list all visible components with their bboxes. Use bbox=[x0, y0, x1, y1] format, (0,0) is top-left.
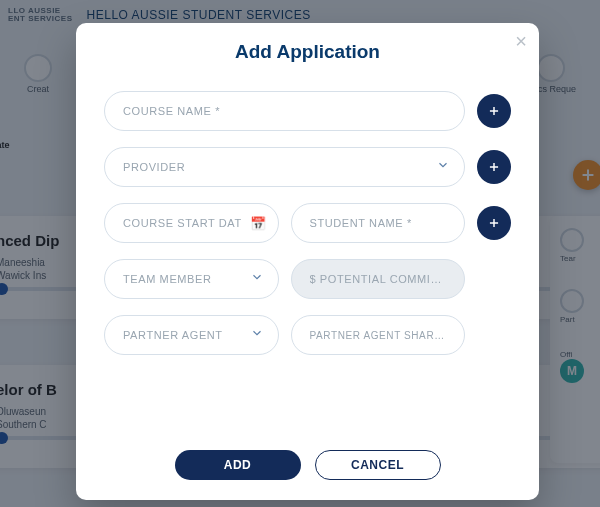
placeholder: PROVIDER bbox=[123, 161, 185, 173]
placeholder: COURSE NAME * bbox=[123, 105, 220, 117]
chevron-down-icon bbox=[250, 270, 264, 288]
application-form: COURSE NAME * PROVIDER COURSE START DAT … bbox=[104, 91, 511, 480]
placeholder: PARTNER AGENT SHARE*% bbox=[310, 330, 447, 341]
potential-commission-field: $ POTENTIAL COMMISSIO bbox=[291, 259, 466, 299]
placeholder: STUDENT NAME * bbox=[310, 217, 412, 229]
cancel-button[interactable]: CANCEL bbox=[315, 450, 441, 480]
add-course-button[interactable] bbox=[477, 94, 511, 128]
partner-agent-share-input[interactable]: PARTNER AGENT SHARE*% bbox=[291, 315, 466, 355]
chevron-down-icon bbox=[436, 158, 450, 176]
close-icon[interactable]: × bbox=[515, 31, 527, 51]
team-member-select[interactable]: TEAM MEMBER bbox=[104, 259, 279, 299]
plus-icon bbox=[487, 216, 501, 230]
student-name-input[interactable]: STUDENT NAME * bbox=[291, 203, 466, 243]
placeholder: COURSE START DAT bbox=[123, 217, 242, 229]
add-provider-button[interactable] bbox=[477, 150, 511, 184]
course-name-input[interactable]: COURSE NAME * bbox=[104, 91, 465, 131]
placeholder: PARTNER AGENT bbox=[123, 329, 223, 341]
chevron-down-icon bbox=[250, 326, 264, 344]
add-application-modal: × Add Application COURSE NAME * PROVIDER… bbox=[76, 23, 539, 500]
partner-agent-select[interactable]: PARTNER AGENT bbox=[104, 315, 279, 355]
modal-actions: ADD CANCEL bbox=[104, 446, 511, 480]
plus-icon bbox=[487, 104, 501, 118]
provider-select[interactable]: PROVIDER bbox=[104, 147, 465, 187]
placeholder: TEAM MEMBER bbox=[123, 273, 212, 285]
modal-title: Add Application bbox=[104, 41, 511, 63]
plus-icon bbox=[487, 160, 501, 174]
course-start-date-input[interactable]: COURSE START DAT 📅 bbox=[104, 203, 279, 243]
add-student-button[interactable] bbox=[477, 206, 511, 240]
calendar-icon: 📅 bbox=[250, 216, 266, 231]
placeholder: $ POTENTIAL COMMISSIO bbox=[310, 273, 447, 285]
add-button[interactable]: ADD bbox=[175, 450, 301, 480]
